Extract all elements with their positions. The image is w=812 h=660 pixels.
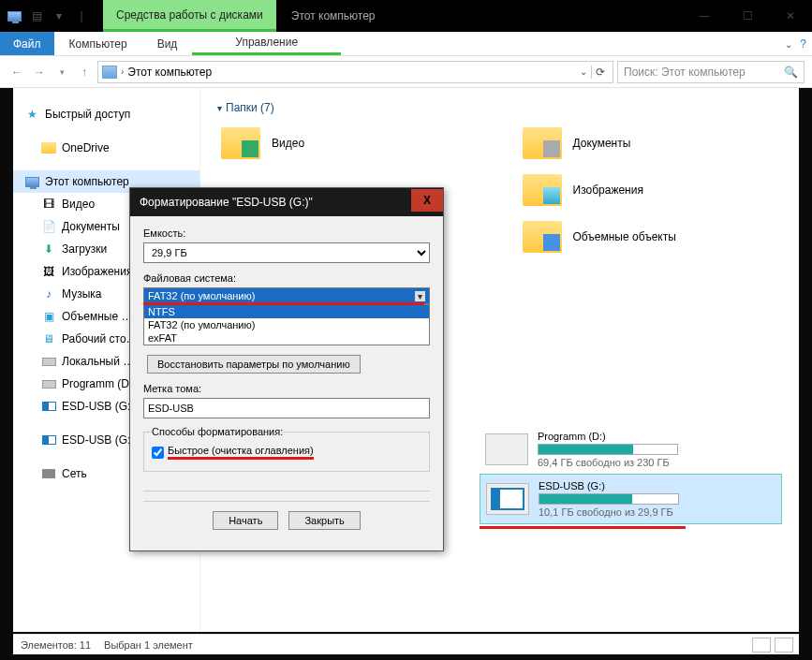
nav-quick-access[interactable]: ★Быстрый доступ — [13, 103, 199, 125]
view-tab[interactable]: Вид — [142, 32, 193, 55]
video-icon: 🎞 — [41, 197, 56, 212]
drive-icon — [41, 376, 56, 391]
folder-3dobjects[interactable]: Объемные объекты — [519, 217, 783, 257]
refresh-icon[interactable]: ⟳ — [591, 66, 609, 79]
maximize-button[interactable]: ☐ — [726, 0, 769, 32]
drive-name: Programm (D:) — [538, 431, 678, 442]
nav-onedrive[interactable]: OneDrive — [13, 137, 199, 159]
view-details-button[interactable] — [752, 638, 771, 653]
status-bar: Элементов: 11 Выбран 1 элемент — [13, 634, 799, 654]
drive-free-text: 69,4 ГБ свободно из 230 ГБ — [538, 457, 678, 468]
folder-pictures[interactable]: Изображения — [519, 170, 783, 210]
capacity-bar — [538, 444, 678, 455]
window-title: Этот компьютер — [276, 9, 391, 22]
folder-icon — [41, 140, 56, 155]
quick-format-label[interactable]: Быстрое (очистка оглавления) — [152, 445, 421, 460]
label-capacity: Емкость: — [143, 227, 430, 239]
hdd-icon — [485, 433, 528, 465]
address-bar: ← → ▾ ↑ › Этот компьютер ⌄ ⟳ Поиск: Этот… — [0, 56, 812, 88]
usb-drive-icon — [486, 483, 529, 515]
qat-item[interactable]: ▾ — [51, 7, 67, 24]
fs-option-exfat[interactable]: exFAT — [144, 331, 429, 345]
quick-format-checkbox[interactable] — [152, 447, 164, 459]
download-icon: ⬇ — [41, 242, 56, 257]
computer-tab[interactable]: Компьютер — [54, 32, 142, 55]
format-options-group: Способы форматирования: Быстрое (очистка… — [143, 426, 430, 472]
cube-icon: ▣ — [41, 309, 56, 324]
label-filesystem: Файловая система: — [143, 272, 430, 284]
section-header-folders[interactable]: ▾ Папки (7) — [217, 101, 782, 114]
music-icon: ♪ — [41, 286, 56, 301]
folder-videos[interactable]: Видео — [217, 124, 481, 163]
usb-icon — [41, 433, 56, 447]
filesystem-dropdown: NTFS FAT32 (по умолчанию) exFAT — [143, 304, 430, 345]
document-icon: 📄 — [41, 219, 56, 234]
quick-format-text: Быстрое (очистка оглавления) — [168, 445, 314, 460]
drive-programm[interactable]: Programm (D:) 69,4 ГБ свободно из 230 ГБ — [480, 425, 782, 474]
search-box[interactable]: Поиск: Этот компьютер 🔍 — [617, 61, 805, 83]
dialog-title: Форматирование "ESD-USB (G:)" — [140, 196, 313, 209]
close-dialog-button[interactable]: Закрыть — [288, 511, 360, 530]
search-icon[interactable]: 🔍 — [784, 66, 798, 79]
ribbon-menubar: Файл Компьютер Вид Управление ⌄ ? — [0, 32, 812, 56]
capacity-bar — [539, 493, 679, 505]
separator — [143, 491, 430, 491]
file-menu[interactable]: Файл — [0, 32, 54, 55]
app-icon — [6, 7, 22, 24]
manage-tab[interactable]: Управление — [192, 32, 341, 55]
qat-divider: | — [73, 7, 90, 24]
annotation-underline — [143, 302, 424, 305]
restore-defaults-button[interactable]: Восстановить параметры по умолчанию — [147, 355, 361, 374]
chevron-down-icon[interactable]: ⌄ — [580, 66, 587, 77]
drive-icon — [41, 354, 56, 369]
minimize-button[interactable]: — — [683, 0, 726, 32]
fs-option-fat32[interactable]: FAT32 (по умолчанию) — [144, 318, 429, 331]
back-button[interactable]: ← — [7, 63, 26, 81]
status-item-count: Элементов: 11 — [21, 639, 91, 651]
folder-icon — [523, 174, 562, 206]
status-selection: Выбран 1 элемент — [104, 639, 193, 651]
picture-icon: 🖼 — [41, 264, 56, 279]
close-button[interactable]: ✕ — [769, 0, 812, 32]
label-volume: Метка тома: — [143, 383, 430, 394]
star-icon: ★ — [24, 107, 39, 122]
forward-button[interactable]: → — [30, 63, 49, 81]
fs-option-ntfs[interactable]: NTFS — [144, 305, 429, 318]
volume-label-input[interactable] — [143, 398, 430, 418]
ribbon-expand-icon[interactable]: ⌄ — [785, 39, 792, 50]
pc-icon — [102, 66, 117, 79]
dialog-close-button[interactable]: X — [411, 189, 443, 212]
ribbon-contextual-tab[interactable]: Средства работы с дисками — [103, 0, 276, 32]
chevron-right-icon[interactable]: › — [121, 66, 124, 77]
window-titlebar: ▤ ▾ | Средства работы с дисками Этот ком… — [0, 0, 812, 32]
folder-documents[interactable]: Документы — [519, 124, 783, 163]
dialog-titlebar[interactable]: Форматирование "ESD-USB (G:)" X — [130, 188, 443, 216]
capacity-select[interactable]: 29,9 ГБ — [143, 242, 430, 263]
drive-esd-usb[interactable]: ESD-USB (G:) 10,1 ГБ свободно из 29,9 ГБ — [480, 474, 782, 524]
desktop-icon: 🖥 — [41, 331, 56, 346]
annotation-underline — [480, 526, 686, 529]
recent-button[interactable]: ▾ — [52, 63, 71, 81]
start-button[interactable]: Начать — [213, 511, 278, 530]
folder-icon — [221, 127, 260, 159]
drive-name: ESD-USB (G:) — [539, 480, 679, 491]
address-path[interactable]: › Этот компьютер ⌄ ⟳ — [97, 61, 613, 83]
folder-icon — [523, 221, 562, 253]
format-options-legend: Способы форматирования: — [152, 426, 283, 437]
usb-icon — [41, 399, 56, 414]
collapse-icon: ▾ — [217, 103, 222, 113]
folder-icon — [523, 127, 562, 159]
view-icons-button[interactable] — [775, 638, 793, 653]
up-button[interactable]: ↑ — [75, 63, 94, 81]
qat-item[interactable]: ▤ — [28, 7, 45, 24]
drive-free-text: 10,1 ГБ свободно из 29,9 ГБ — [539, 506, 679, 518]
format-dialog: Форматирование "ESD-USB (G:)" X Емкость:… — [129, 187, 444, 551]
search-placeholder: Поиск: Этот компьютер — [624, 66, 746, 79]
monitor-icon — [24, 174, 39, 189]
path-segment[interactable]: Этот компьютер — [127, 66, 212, 79]
help-icon[interactable]: ? — [800, 37, 806, 51]
network-icon — [41, 466, 56, 481]
